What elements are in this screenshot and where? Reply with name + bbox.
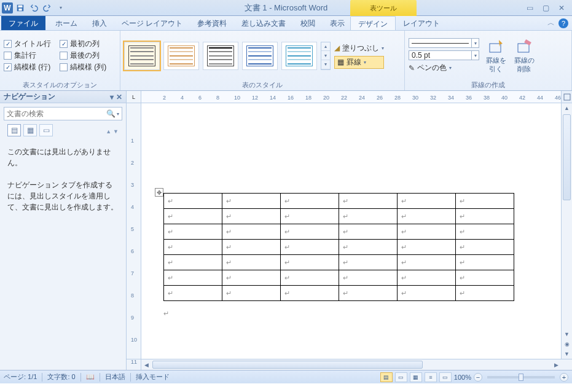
pen-weight-combo[interactable]: 0.5 pt▾ <box>409 50 479 60</box>
scroll-left-icon[interactable]: ◀ <box>141 359 151 370</box>
table-cell[interactable]: ↵ <box>222 255 281 270</box>
table-cell[interactable]: ↵ <box>164 224 222 240</box>
minimize-button[interactable]: ▭ <box>524 4 535 12</box>
table-style-5[interactable] <box>281 42 317 70</box>
table-cell[interactable]: ↵ <box>456 194 514 209</box>
table-cell[interactable]: ↵ <box>164 286 222 301</box>
nav-tab-pages[interactable]: ▦ <box>23 124 37 136</box>
nav-search[interactable]: 🔍▾ <box>4 107 122 120</box>
save-button[interactable] <box>14 2 26 14</box>
tab-pagelayout[interactable]: ページ レイアウト <box>114 16 190 30</box>
table-cell[interactable]: ↵ <box>456 286 514 301</box>
table-cell[interactable]: ↵ <box>456 224 514 240</box>
view-outline[interactable]: ≡ <box>425 372 437 382</box>
table-cell[interactable]: ↵ <box>164 209 222 224</box>
zoom-out-button[interactable]: − <box>474 373 482 382</box>
status-words[interactable]: 文字数: 0 <box>47 372 75 382</box>
borders-button[interactable]: ▦罫線▾ <box>334 56 384 69</box>
tab-layout[interactable]: レイアウト <box>396 16 447 30</box>
vertical-scrollbar[interactable]: ▲ ▼ ◉ ▼ <box>561 103 572 359</box>
table-cell[interactable]: ↵ <box>281 286 339 301</box>
scroll-thumb-v[interactable] <box>563 114 571 200</box>
tab-review[interactable]: 校閲 <box>293 16 323 30</box>
chk-first-col[interactable]: ✓最初の列 <box>60 39 106 49</box>
search-icon[interactable]: 🔍 <box>106 109 116 118</box>
table-cell[interactable]: ↵ <box>281 194 339 209</box>
table-cell[interactable]: ↵ <box>222 240 281 255</box>
search-input[interactable] <box>7 109 106 118</box>
shading-button[interactable]: ◢塗りつぶし▾ <box>334 43 384 53</box>
view-print-layout[interactable]: ▤ <box>380 372 393 382</box>
table-style-2[interactable] <box>163 42 199 70</box>
tab-references[interactable]: 参考資料 <box>190 16 234 30</box>
table-cell[interactable]: ↵ <box>281 240 339 255</box>
nav-close-icon[interactable]: ✕ <box>116 93 122 101</box>
gallery-scroll[interactable]: ▴▾▾ <box>321 42 331 70</box>
table-cell[interactable]: ↵ <box>339 286 398 301</box>
tab-design[interactable]: デザイン <box>350 16 396 30</box>
status-proofing-icon[interactable]: 📖 <box>86 373 95 381</box>
next-page-icon[interactable]: ▼ <box>562 349 572 359</box>
table-cell[interactable]: ↵ <box>222 209 281 224</box>
nav-next-icon[interactable]: ▼ <box>113 128 119 135</box>
table-cell[interactable]: ↵ <box>339 270 398 286</box>
qat-customize-icon[interactable]: ▾ <box>55 2 67 14</box>
table-cell[interactable]: ↵ <box>456 255 514 270</box>
table-style-3[interactable] <box>203 42 238 70</box>
eraser-button[interactable]: 罫線の削除 <box>512 38 536 73</box>
scroll-up-icon[interactable]: ▲ <box>562 103 572 113</box>
ruler-horizontal[interactable]: 2468101214161820222426283032343638404244… <box>141 91 561 103</box>
nav-prev-icon[interactable]: ▲ <box>106 128 111 135</box>
chk-banded-rows[interactable]: ✓縞模様 (行) <box>4 62 51 73</box>
table-cell[interactable]: ↵ <box>222 270 281 286</box>
zoom-slider[interactable] <box>487 376 555 378</box>
table-cell[interactable]: ↵ <box>164 194 222 209</box>
table-style-1[interactable] <box>124 42 160 70</box>
table-cell[interactable]: ↵ <box>164 255 222 270</box>
table-cell[interactable]: ↵ <box>281 209 339 224</box>
table-cell[interactable]: ↵ <box>398 255 456 270</box>
status-insert-mode[interactable]: 挿入モード <box>136 372 170 382</box>
chk-banded-cols[interactable]: 縞模様 (列) <box>60 62 106 73</box>
status-page[interactable]: ページ: 1/1 <box>4 372 37 382</box>
table-cell[interactable]: ↵ <box>339 240 398 255</box>
zoom-in-button[interactable]: + <box>560 373 568 382</box>
table-cell[interactable]: ↵ <box>456 270 514 286</box>
table-move-handle[interactable]: ✥ <box>155 188 163 197</box>
ruler-vertical[interactable]: 1234567891011 <box>127 103 141 359</box>
table-style-4[interactable] <box>242 42 278 70</box>
nav-tab-results[interactable]: ▭ <box>39 124 53 136</box>
table-cell[interactable]: ↵ <box>281 270 339 286</box>
table-cell[interactable]: ↵ <box>164 240 222 255</box>
scroll-right-icon[interactable]: ▶ <box>551 359 561 370</box>
table-cell[interactable]: ↵ <box>456 240 514 255</box>
table-cell[interactable]: ↵ <box>281 255 339 270</box>
view-full-reading[interactable]: ▭ <box>395 372 407 382</box>
ribbon-minimize-icon[interactable]: ︿ <box>547 18 555 28</box>
table-cell[interactable]: ↵ <box>339 194 398 209</box>
tab-view[interactable]: 表示 <box>323 16 352 30</box>
pen-style-combo[interactable]: ▾ <box>409 38 479 48</box>
scroll-thumb-h[interactable] <box>152 361 423 369</box>
close-button[interactable]: ✕ <box>556 4 567 12</box>
ruler-corner[interactable]: L <box>127 91 141 103</box>
page-surface[interactable]: ✥ ↵↵↵↵↵↵↵↵↵↵↵↵↵↵↵↵↵↵↵↵↵↵↵↵↵↵↵↵↵↵↵↵↵↵↵↵↵↵… <box>141 103 561 359</box>
undo-button[interactable] <box>28 2 40 14</box>
table-cell[interactable]: ↵ <box>456 209 514 224</box>
draw-table-button[interactable]: 罫線を引く <box>484 38 507 73</box>
browse-object-icon[interactable]: ◉ <box>562 339 572 349</box>
table-cell[interactable]: ↵ <box>222 194 281 209</box>
table-cell[interactable]: ↵ <box>398 194 456 209</box>
table-cell[interactable]: ↵ <box>398 270 456 286</box>
help-button[interactable]: ? <box>558 18 568 28</box>
view-ruler-toggle[interactable] <box>561 91 572 103</box>
tab-mailings[interactable]: 差し込み文書 <box>234 16 293 30</box>
table-cell[interactable]: ↵ <box>339 255 398 270</box>
table-cell[interactable]: ↵ <box>398 240 456 255</box>
pen-color-button[interactable]: ✎ペンの色▾ <box>409 63 479 73</box>
document-table[interactable]: ↵↵↵↵↵↵↵↵↵↵↵↵↵↵↵↵↵↵↵↵↵↵↵↵↵↵↵↵↵↵↵↵↵↵↵↵↵↵↵↵… <box>163 193 514 301</box>
nav-dropdown-icon[interactable]: ▾ <box>110 93 114 101</box>
maximize-button[interactable]: ▢ <box>540 4 551 12</box>
tab-file[interactable]: ファイル <box>1 16 45 30</box>
redo-button[interactable] <box>41 2 53 14</box>
